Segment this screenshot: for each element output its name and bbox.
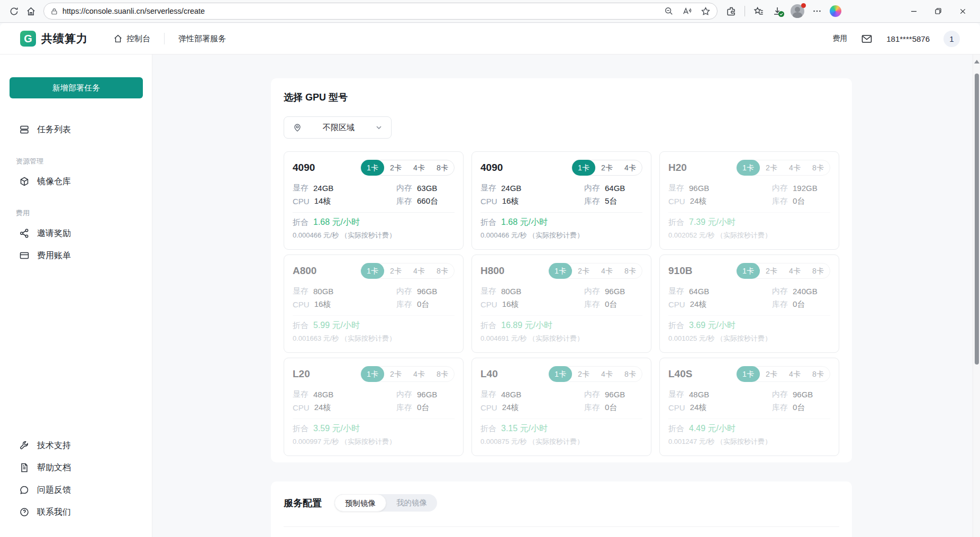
scrollbar-thumb[interactable] [975, 74, 979, 365]
gpu-count-option[interactable]: 1卡 [572, 160, 595, 176]
gpu-count-option[interactable]: 8卡 [431, 263, 454, 279]
downloads-button[interactable] [772, 6, 783, 16]
sidebar-item-feedback[interactable]: 问题反馈 [10, 479, 142, 501]
more-icon[interactable] [812, 6, 822, 16]
main-content: 选择 GPU 型号 不限区域 4090 1卡2卡4卡8卡 显存24GB 内存63… [152, 54, 973, 537]
gpu-count-option[interactable]: 8卡 [806, 263, 830, 279]
question-circle-icon [19, 507, 30, 517]
sidebar-item-contact-us[interactable]: 联系我们 [10, 501, 142, 523]
gpu-count-option[interactable]: 2卡 [760, 366, 783, 382]
window-controls [902, 2, 975, 21]
gpu-spec: 库存5台 [584, 195, 642, 207]
sidebar-item-tech-support[interactable]: 技术支持 [10, 434, 142, 457]
account-avatar[interactable]: 1 [943, 31, 960, 47]
gpu-count-option[interactable]: 1卡 [737, 160, 760, 176]
gpu-spec: 内存96GB [396, 388, 455, 401]
gpu-count-option[interactable]: 1卡 [549, 366, 572, 382]
spec-value: 96GB [605, 390, 625, 399]
gpu-count-option[interactable]: 1卡 [361, 366, 384, 382]
gpu-spec: 显存48GB [668, 388, 772, 401]
sidebar-item-image-repo[interactable]: 镜像仓库 [10, 170, 142, 193]
tab-prebuilt-images[interactable]: 预制镜像 [334, 494, 386, 512]
gpu-count-option[interactable]: 2卡 [572, 366, 595, 382]
package-icon [19, 176, 30, 187]
sidebar-item-billing-statement[interactable]: 费用账单 [10, 244, 142, 267]
spec-label: 库存 [772, 403, 788, 413]
gpu-card[interactable]: L40 1卡2卡4卡8卡 显存48GB 内存96GB CPU24核 库存0台 折… [471, 358, 651, 456]
copilot-icon[interactable] [830, 5, 841, 17]
gpu-count-option[interactable]: 8卡 [806, 160, 830, 176]
gpu-count-option[interactable]: 4卡 [783, 263, 806, 279]
card-divider [480, 212, 642, 213]
gpu-count-option[interactable]: 2卡 [384, 160, 407, 176]
gpu-count-option[interactable]: 2卡 [384, 263, 407, 279]
sidebar-item-task-list[interactable]: 任务列表 [10, 119, 142, 141]
favorite-star-icon[interactable] [701, 6, 711, 16]
extensions-icon[interactable] [726, 6, 737, 16]
billing-link[interactable]: 费用 [832, 34, 847, 43]
gpu-count-option[interactable]: 2卡 [760, 160, 783, 176]
gpu-count-option[interactable]: 2卡 [572, 263, 595, 279]
browser-profile-button[interactable] [791, 4, 804, 18]
gpu-spec: 内存96GB [396, 285, 455, 297]
sidebar-item-invite-reward[interactable]: 邀请奖励 [10, 222, 142, 244]
scrollbar-up-arrow[interactable] [974, 60, 979, 63]
gpu-per-second-price: 0.001025 元/秒 （实际按秒计费） [668, 334, 830, 343]
gpu-count-option[interactable]: 8卡 [431, 160, 454, 176]
gpu-card[interactable]: 4090 1卡2卡4卡 显存24GB 内存64GB CPU16核 库存5台 折合… [471, 151, 651, 250]
gpu-count-option[interactable]: 1卡 [549, 263, 572, 279]
gpu-count-option[interactable]: 4卡 [407, 160, 431, 176]
sidebar-item-help-docs[interactable]: 帮助文档 [10, 457, 142, 479]
gpu-count-option[interactable]: 1卡 [361, 263, 384, 279]
gpu-card[interactable]: H800 1卡2卡4卡8卡 显存80GB 内存96GB CPU16核 库存0台 … [471, 254, 651, 353]
gpu-count-option[interactable]: 8卡 [806, 366, 830, 382]
gpu-count-option[interactable]: 8卡 [619, 366, 642, 382]
gpu-card[interactable]: L20 1卡2卡4卡8卡 显存48GB 内存96GB CPU24核 库存0台 折… [284, 358, 464, 456]
gpu-count-option[interactable]: 4卡 [407, 263, 431, 279]
zoom-out-icon[interactable] [664, 6, 674, 16]
gpu-count-option[interactable]: 4卡 [783, 366, 806, 382]
price-prefix: 折合 [293, 217, 308, 227]
tab-my-images[interactable]: 我的镜像 [386, 494, 437, 512]
nav-service[interactable]: 弹性部署服务 [178, 34, 226, 44]
card-divider [480, 418, 642, 419]
restore-button[interactable] [926, 2, 950, 21]
address-bar[interactable]: https://console.suanli.cn/serverless/cre… [43, 3, 718, 20]
mail-icon[interactable] [861, 33, 873, 44]
gpu-count-option[interactable]: 4卡 [407, 366, 431, 382]
gpu-spec: 内存64GB [584, 181, 642, 194]
gpu-count-option[interactable]: 2卡 [595, 160, 619, 176]
gpu-count-option[interactable]: 4卡 [595, 366, 619, 382]
nav-console[interactable]: 控制台 [113, 34, 150, 44]
gpu-hourly-price: 16.89 元/小时 [501, 320, 552, 331]
gpu-count-option[interactable]: 8卡 [431, 366, 454, 382]
gpu-count-option[interactable]: 4卡 [619, 160, 642, 176]
gpu-card[interactable]: L40S 1卡2卡4卡8卡 显存48GB 内存96GB CPU24核 库存0台 … [659, 358, 839, 456]
gpu-count-selector: 1卡2卡4卡8卡 [736, 263, 830, 279]
gpu-count-option[interactable]: 8卡 [619, 263, 642, 279]
gpu-spec: 显存24GB [293, 181, 396, 194]
gpu-spec: 显存80GB [480, 285, 584, 297]
gpu-count-option[interactable]: 2卡 [760, 263, 783, 279]
gpu-card[interactable]: H20 1卡2卡4卡8卡 显存96GB 内存192GB CPU24核 库存0台 … [659, 151, 839, 250]
read-aloud-icon[interactable] [682, 6, 692, 16]
gpu-count-option[interactable]: 4卡 [783, 160, 806, 176]
gpu-card[interactable]: 910B 1卡2卡4卡8卡 显存64GB 内存240GB CPU24核 库存0台… [659, 254, 839, 353]
gpu-count-option[interactable]: 1卡 [737, 263, 760, 279]
gpu-count-option[interactable]: 1卡 [361, 160, 384, 176]
close-button[interactable] [950, 2, 975, 21]
gpu-count-option[interactable]: 1卡 [737, 366, 760, 382]
gpu-count-option[interactable]: 4卡 [595, 263, 619, 279]
brand[interactable]: G 共绩算力 [20, 31, 88, 47]
page-scrollbar [973, 54, 980, 537]
region-filter-select[interactable]: 不限区域 [284, 116, 392, 139]
new-task-button[interactable]: 新增部署任务 [10, 77, 143, 98]
favorites-bar-icon[interactable] [753, 6, 764, 17]
gpu-card[interactable]: 4090 1卡2卡4卡8卡 显存24GB 内存63GB CPU14核 库存660… [284, 151, 464, 250]
account-phone[interactable]: 181****5876 [886, 34, 930, 43]
gpu-card[interactable]: A800 1卡2卡4卡8卡 显存80GB 内存96GB CPU16核 库存0台 … [284, 254, 464, 353]
refresh-button[interactable] [5, 3, 22, 20]
minimize-button[interactable] [902, 2, 926, 21]
home-button[interactable] [22, 3, 39, 20]
gpu-count-option[interactable]: 2卡 [384, 366, 407, 382]
